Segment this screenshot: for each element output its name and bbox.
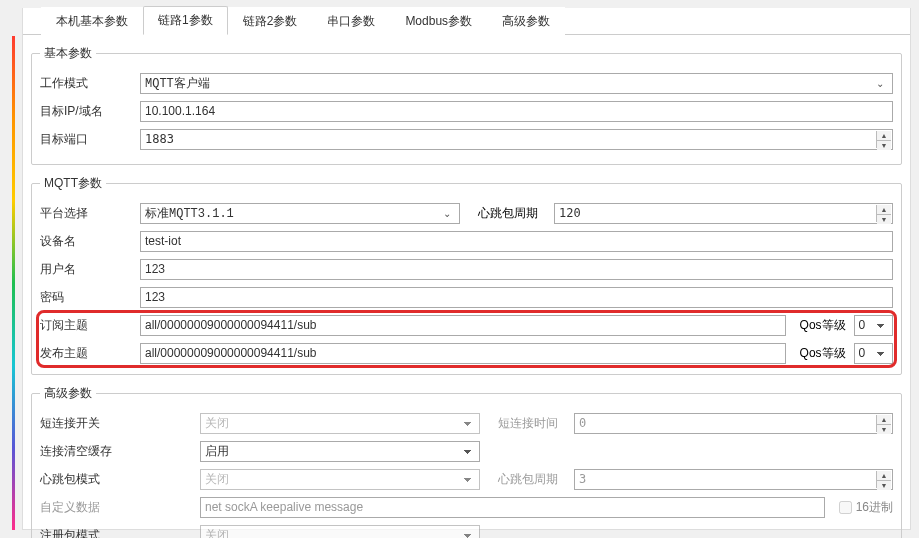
tab-modbus[interactable]: Modbus参数 xyxy=(390,7,487,35)
spinner-buttons[interactable]: ▲▼ xyxy=(876,131,891,148)
config-window: 本机基本参数 链路1参数 链路2参数 串口参数 Modbus参数 高级参数 基本… xyxy=(22,8,911,530)
spin-down-icon[interactable]: ▼ xyxy=(877,141,891,150)
mqtt-params-legend: MQTT参数 xyxy=(40,175,106,192)
spinner-buttons: ▲▼ xyxy=(876,471,891,488)
tab-local-basic[interactable]: 本机基本参数 xyxy=(41,7,143,35)
publish-topic-input[interactable] xyxy=(140,343,786,364)
spinner-buttons[interactable]: ▲▼ xyxy=(876,205,891,222)
heartbeat-period2-spinner: ▲▼ xyxy=(574,469,893,490)
short-conn-switch-label: 短连接开关 xyxy=(40,415,200,432)
chevron-down-icon: ⌄ xyxy=(439,208,455,219)
register-mode-label: 注册包模式 xyxy=(40,527,200,539)
qos-label: Qos等级 xyxy=(800,345,848,362)
target-port-label: 目标端口 xyxy=(40,131,140,148)
short-conn-time-spinner: ▲▼ xyxy=(574,413,893,434)
platform-value: 标准MQTT3.1.1 xyxy=(145,205,234,222)
register-mode-select: 关闭 xyxy=(200,525,480,539)
password-input[interactable] xyxy=(140,287,893,308)
spin-down-icon[interactable]: ▼ xyxy=(877,215,891,224)
spin-up-icon[interactable]: ▲ xyxy=(877,131,891,141)
tab-link1[interactable]: 链路1参数 xyxy=(143,6,228,35)
username-label: 用户名 xyxy=(40,261,140,278)
hex-checkbox1: 16进制 xyxy=(839,499,893,516)
custom-data1-input xyxy=(200,497,825,518)
heartbeat-period2-label: 心跳包周期 xyxy=(498,471,568,488)
username-input[interactable] xyxy=(140,259,893,280)
platform-label: 平台选择 xyxy=(40,205,140,222)
basic-params-group: 基本参数 工作模式 MQTT客户端 ⌄ 目标IP/域名 目标端口 xyxy=(31,45,902,165)
device-name-input[interactable] xyxy=(140,231,893,252)
heartbeat-mode-select: 关闭 xyxy=(200,469,480,490)
qos-label: Qos等级 xyxy=(800,317,848,334)
spin-down-icon: ▼ xyxy=(877,425,891,434)
chevron-down-icon: ⌄ xyxy=(872,78,888,89)
spin-up-icon: ▲ xyxy=(877,471,891,481)
target-port-spinner[interactable]: ▲▼ xyxy=(140,129,893,150)
subscribe-topic-input[interactable] xyxy=(140,315,786,336)
spin-down-icon: ▼ xyxy=(877,481,891,490)
heartbeat-period-label: 心跳包周期 xyxy=(478,205,548,222)
device-name-label: 设备名 xyxy=(40,233,140,250)
basic-params-legend: 基本参数 xyxy=(40,45,96,62)
spin-up-icon[interactable]: ▲ xyxy=(877,205,891,215)
target-ip-label: 目标IP/域名 xyxy=(40,103,140,120)
work-mode-value: MQTT客户端 xyxy=(145,75,210,92)
target-port-input[interactable] xyxy=(141,130,892,149)
hex-checkbox1-box xyxy=(839,501,852,514)
target-ip-input[interactable] xyxy=(140,101,893,122)
short-conn-switch-select: 关闭 xyxy=(200,413,480,434)
tab-advanced[interactable]: 高级参数 xyxy=(487,7,565,35)
advanced-params-group: 高级参数 短连接开关 关闭 短连接时间 ▲▼ 连接清空缓存 启用 xyxy=(31,385,902,538)
short-conn-time-label: 短连接时间 xyxy=(498,415,568,432)
password-label: 密码 xyxy=(40,289,140,306)
tab-bar: 本机基本参数 链路1参数 链路2参数 串口参数 Modbus参数 高级参数 xyxy=(23,8,910,35)
subscribe-topic-label: 订阅主题 xyxy=(40,317,140,334)
work-mode-label: 工作模式 xyxy=(40,75,140,92)
tab-serial[interactable]: 串口参数 xyxy=(312,7,390,35)
tab-panel: 基本参数 工作模式 MQTT客户端 ⌄ 目标IP/域名 目标端口 xyxy=(23,35,910,538)
platform-select[interactable]: 标准MQTT3.1.1 ⌄ xyxy=(140,203,460,224)
heartbeat-period-input[interactable] xyxy=(555,204,892,223)
publish-qos-select[interactable]: 0 xyxy=(854,343,893,364)
publish-topic-label: 发布主题 xyxy=(40,345,140,362)
advanced-params-legend: 高级参数 xyxy=(40,385,96,402)
short-conn-time-input xyxy=(575,414,892,433)
heartbeat-period2-input xyxy=(575,470,892,489)
custom-data1-label: 自定义数据 xyxy=(40,499,200,516)
spin-up-icon: ▲ xyxy=(877,415,891,425)
work-mode-select[interactable]: MQTT客户端 ⌄ xyxy=(140,73,893,94)
clear-cache-label: 连接清空缓存 xyxy=(40,443,200,460)
decorative-rainbow-strip xyxy=(12,36,15,530)
clear-cache-select[interactable]: 启用 xyxy=(200,441,480,462)
heartbeat-mode-label: 心跳包模式 xyxy=(40,471,200,488)
mqtt-params-group: MQTT参数 平台选择 标准MQTT3.1.1 ⌄ 心跳包周期 ▲▼ 设备名 xyxy=(31,175,902,375)
subscribe-qos-select[interactable]: 0 xyxy=(854,315,893,336)
spinner-buttons: ▲▼ xyxy=(876,415,891,432)
heartbeat-period-spinner[interactable]: ▲▼ xyxy=(554,203,893,224)
tab-link2[interactable]: 链路2参数 xyxy=(228,7,313,35)
hex-label1: 16进制 xyxy=(856,499,893,516)
